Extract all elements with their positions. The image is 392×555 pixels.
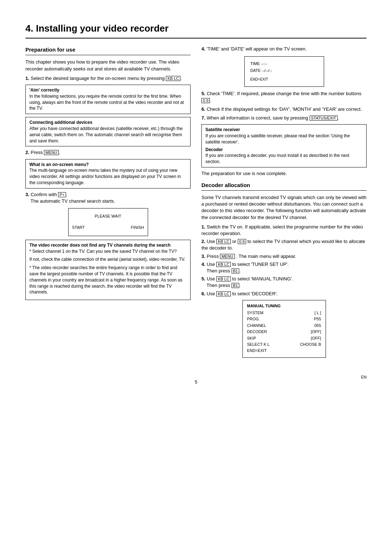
mt-select: SELECT K L CHOOSE B (247, 342, 321, 347)
aim-title: 'Aim' correctly (29, 87, 187, 93)
what-menu-note: What is an on-screen menu? The multi-lan… (25, 159, 191, 189)
warning-title: The video recorder does not find any TV … (29, 242, 187, 248)
satellite-text: If you are connecting a satellite receiv… (205, 133, 363, 145)
dec-step4-suffix: to select 'TUNER SET UP'. (232, 262, 289, 267)
step3-num: 3. (25, 192, 29, 197)
warning-box: The video recorder does not find any TV … (25, 240, 191, 300)
mt-prog: PROG. P55 (247, 316, 321, 322)
step6-text: 6. Check if the displayed settings for '… (201, 106, 367, 113)
please-wait-title: PLEASE WAIT (72, 214, 144, 219)
satellite-note: Satellite receiver If you are connecting… (201, 124, 367, 167)
kb-lc-key-3: KB LC (216, 262, 231, 267)
page-title: 4. Installing your video recorder (25, 22, 367, 39)
dec-step3-num: 3. (201, 254, 205, 259)
aim-note: 'Aim' correctly In the following section… (25, 85, 191, 114)
step3-text: Confirm with (30, 192, 57, 197)
mt-channel: CHANNEL 055 (247, 323, 321, 328)
connecting-note: Connecting additional devices After you … (25, 117, 191, 146)
num-key-1: 0.9 (201, 98, 210, 103)
please-wait-screen: PLEASE WAIT START FINISH (68, 208, 148, 236)
mt-system: SYSTEM [ L ] (247, 310, 321, 316)
datetime-screen: TIME --:-- DATE --/--/-- END=EXIT (244, 56, 324, 87)
dec-step1-num: 1. (201, 224, 205, 230)
dec-step3-suffix: . The main menu will appear. (236, 254, 296, 259)
intro-text: This chapter shows you how to prepare th… (25, 59, 191, 72)
dec-step6-num: 6. (201, 291, 205, 296)
kb-lc-key-5: KB LC (216, 291, 231, 296)
b1-key-2: B1 (232, 283, 239, 288)
step1-num: 1. (25, 76, 29, 81)
kb-lc-key-2: KB LC (216, 239, 231, 244)
what-menu-text: The multi-language on-screen menu takes … (29, 167, 187, 186)
satellite-title: Satellite receiver (205, 127, 363, 133)
prep-complete: The preparation for use is now complete. (201, 170, 367, 177)
manual-tuning-screen: MANUAL TUNING SYSTEM [ L ] PROG. P55 CHA… (242, 300, 326, 358)
step1-text: Select the desired language for the on-s… (30, 76, 164, 81)
p-plus-key: P+ (58, 192, 66, 197)
status-exit-key: STATUS/EXIT (310, 116, 338, 121)
dec-step5-suffix: to select 'MANUAL TUNING'. (232, 276, 293, 281)
what-menu-title: What is an on-screen menu? (29, 162, 187, 168)
kb-lc-key-4: KB LC (216, 276, 231, 281)
dec-step2-text: Use (207, 239, 215, 244)
step7-text: 7. When all information is correct, save… (201, 115, 367, 121)
dec-step2-num: 2. (201, 239, 205, 244)
aim-text: In the following sections, you require t… (29, 93, 187, 112)
step5-text: 5. Check 'TIME'. If required, please cha… (201, 90, 367, 104)
connecting-title: Connecting additional devices (29, 119, 187, 126)
dec-step1-text: Switch the TV on. If applicable, select … (201, 224, 363, 236)
section-preparation: Preparation for use (25, 46, 191, 55)
decoder-note-title: Decoder (205, 147, 363, 153)
warning-line-1: If not, check the cable connection of th… (29, 256, 187, 263)
decoder-note-text: If you are connecting a decoder, you mus… (205, 153, 363, 165)
step2-text: Press (30, 150, 42, 155)
mt-decoder: DECODER [OFF] (247, 329, 321, 335)
decoder-section-title: Decoder allocation (201, 181, 367, 191)
mt-skip: SKIP [OFF] (247, 336, 321, 341)
start-label: START (72, 225, 85, 230)
num-key-2: 0.9 (238, 239, 246, 244)
connecting-text: After you have connected additional devi… (29, 126, 187, 144)
step4-text: 4. 'TIME' and 'DATE' will appear on the … (201, 46, 367, 52)
warning-line-0: * Select channel 1 on the TV. Can you se… (29, 248, 187, 255)
menu-key-2: MENU (220, 254, 234, 259)
page-lang: EN (253, 374, 367, 380)
mt-end: END=EXIT (247, 348, 321, 353)
warning-line-2: * The video recorder searches the entire… (29, 265, 187, 295)
page-number: 5 (139, 379, 253, 385)
finish-label: FINISH (131, 225, 144, 230)
right-column: 4. 'TIME' and 'DATE' will appear on the … (201, 46, 367, 360)
date-row: DATE --/--/-- (250, 68, 318, 73)
step3-sub: The automatic TV channel search starts. (30, 198, 115, 204)
time-row: TIME --:-- (250, 61, 318, 66)
mt-title: MANUAL TUNING (247, 303, 321, 309)
menu-key-1: MENU (44, 150, 58, 155)
dec-step5-num: 5. (201, 276, 205, 281)
end-exit-label: END=EXIT (250, 77, 318, 82)
step2-num: 2. (25, 150, 29, 155)
dec-step6-suffix: to select 'DECODER'. (232, 291, 278, 296)
dec-step4-num: 4. (201, 262, 205, 267)
decoder-intro: Some TV channels transmit encoded TV sig… (201, 194, 367, 221)
b1-key-1: B1 (232, 268, 239, 274)
kb-lc-key-1: KB LC (166, 76, 180, 81)
left-column: Preparation for use This chapter shows y… (25, 46, 191, 360)
